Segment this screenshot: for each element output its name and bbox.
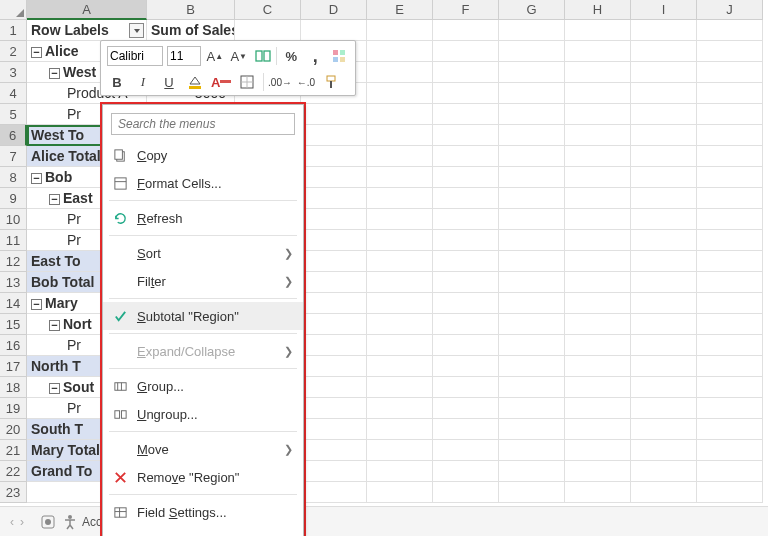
cell[interactable]: [367, 335, 433, 356]
cell[interactable]: [697, 167, 763, 188]
percent-icon[interactable]: %: [281, 46, 301, 66]
cell[interactable]: Row Labels: [27, 20, 147, 41]
cell[interactable]: [697, 62, 763, 83]
cell[interactable]: [565, 251, 631, 272]
collapse-icon[interactable]: −: [31, 173, 42, 184]
cell[interactable]: [697, 146, 763, 167]
row-header[interactable]: 17: [0, 356, 27, 377]
cell[interactable]: [301, 482, 367, 503]
cell[interactable]: [697, 356, 763, 377]
cell[interactable]: [499, 335, 565, 356]
row-header[interactable]: 20: [0, 419, 27, 440]
col-header-B[interactable]: B: [147, 0, 235, 20]
cell[interactable]: [631, 461, 697, 482]
row-header[interactable]: 2: [0, 41, 27, 62]
cell[interactable]: [631, 41, 697, 62]
cell[interactable]: [565, 125, 631, 146]
cell[interactable]: [433, 272, 499, 293]
cell[interactable]: [367, 188, 433, 209]
row-header[interactable]: 6: [0, 125, 27, 146]
cell[interactable]: [631, 251, 697, 272]
row-header[interactable]: 23: [0, 482, 27, 503]
cell[interactable]: [499, 20, 565, 41]
cell[interactable]: [631, 440, 697, 461]
cell[interactable]: [631, 209, 697, 230]
cell[interactable]: [301, 314, 367, 335]
cell[interactable]: [499, 125, 565, 146]
format-painter-icon[interactable]: [322, 72, 342, 92]
menu-item-copy[interactable]: Copy: [103, 141, 303, 169]
cell[interactable]: [367, 251, 433, 272]
cell[interactable]: [499, 209, 565, 230]
cell[interactable]: [565, 41, 631, 62]
row-header[interactable]: 8: [0, 167, 27, 188]
cell[interactable]: [697, 251, 763, 272]
row-header[interactable]: 5: [0, 104, 27, 125]
cell[interactable]: [301, 335, 367, 356]
col-header-H[interactable]: H: [565, 0, 631, 20]
cell[interactable]: [367, 167, 433, 188]
cell[interactable]: [301, 125, 367, 146]
cell[interactable]: [499, 230, 565, 251]
cell[interactable]: [499, 272, 565, 293]
font-color-icon[interactable]: A: [211, 72, 231, 92]
cell[interactable]: [631, 146, 697, 167]
cell[interactable]: [565, 461, 631, 482]
menu-item-subtotal-region[interactable]: Subtotal "Region": [103, 302, 303, 330]
cell[interactable]: [565, 188, 631, 209]
cell[interactable]: [433, 167, 499, 188]
menu-item-filter[interactable]: Filter❯: [103, 267, 303, 295]
cell[interactable]: [367, 146, 433, 167]
cell[interactable]: [697, 377, 763, 398]
cell[interactable]: [565, 104, 631, 125]
cell[interactable]: [367, 104, 433, 125]
cell[interactable]: [631, 230, 697, 251]
cell[interactable]: [367, 83, 433, 104]
cell[interactable]: [631, 125, 697, 146]
cell[interactable]: [499, 419, 565, 440]
cell[interactable]: [433, 335, 499, 356]
accessibility-icon[interactable]: [62, 514, 78, 530]
cell[interactable]: [499, 41, 565, 62]
cell[interactable]: [235, 20, 301, 41]
cell[interactable]: [697, 104, 763, 125]
record-macro-icon[interactable]: [40, 514, 56, 530]
cell[interactable]: [631, 293, 697, 314]
collapse-icon[interactable]: −: [49, 68, 60, 79]
cell[interactable]: [433, 209, 499, 230]
cell[interactable]: [631, 272, 697, 293]
row-header[interactable]: 4: [0, 83, 27, 104]
cell[interactable]: [565, 146, 631, 167]
cell[interactable]: [301, 293, 367, 314]
cell[interactable]: [367, 398, 433, 419]
cell[interactable]: [499, 62, 565, 83]
cell[interactable]: [301, 419, 367, 440]
row-header[interactable]: 22: [0, 461, 27, 482]
cell[interactable]: [367, 440, 433, 461]
cell[interactable]: [565, 440, 631, 461]
borders-icon[interactable]: [237, 72, 257, 92]
cell[interactable]: [565, 335, 631, 356]
cell[interactable]: [697, 398, 763, 419]
italic-icon[interactable]: I: [133, 72, 153, 92]
cell[interactable]: [433, 251, 499, 272]
cell[interactable]: [367, 272, 433, 293]
cell[interactable]: [367, 62, 433, 83]
col-header-G[interactable]: G: [499, 0, 565, 20]
menu-item-ungroup[interactable]: Ungroup...: [103, 400, 303, 428]
cell[interactable]: [367, 209, 433, 230]
row-header[interactable]: 15: [0, 314, 27, 335]
cell[interactable]: [499, 146, 565, 167]
menu-item-group[interactable]: Group...: [103, 372, 303, 400]
menu-item-remove-region[interactable]: Remove "Region": [103, 463, 303, 491]
cell[interactable]: [631, 398, 697, 419]
decrease-font-icon[interactable]: A▼: [229, 46, 249, 66]
font-combo[interactable]: [107, 46, 163, 66]
cell[interactable]: [697, 482, 763, 503]
row-header[interactable]: 9: [0, 188, 27, 209]
menu-item-pivot-options[interactable]: PivotTable Options...: [103, 526, 303, 536]
cell[interactable]: [499, 293, 565, 314]
cell[interactable]: [433, 104, 499, 125]
cell[interactable]: [499, 482, 565, 503]
collapse-icon[interactable]: −: [49, 320, 60, 331]
